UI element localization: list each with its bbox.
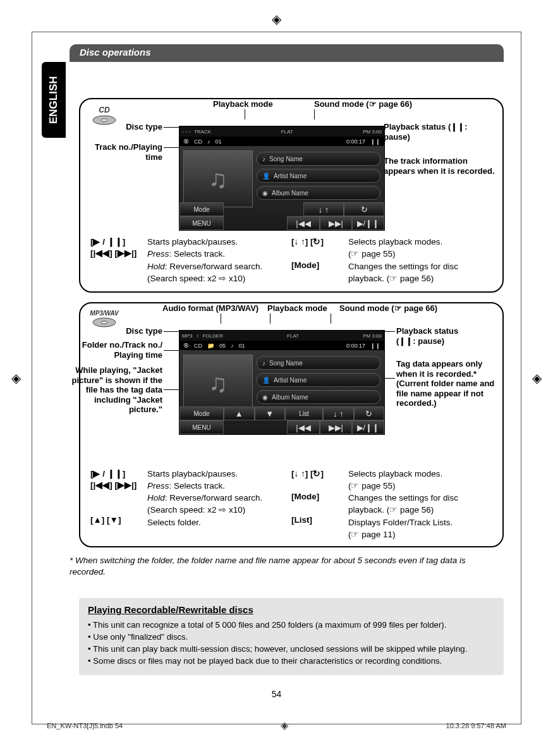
screen-infobar: ⦿ CD ♪ 01 0:00:17 ❙❙ bbox=[179, 137, 384, 147]
callout-folder-track: Folder no./Track no./ Playing time bbox=[76, 340, 162, 360]
folder-label: FOLDER bbox=[202, 333, 222, 339]
screen-transport-row: |◀◀ ▶▶| ▶/❙❙ bbox=[224, 420, 384, 434]
disc-badge-label: MP3/WAV bbox=[89, 310, 119, 317]
control-desc-line: (☞ page 55) bbox=[348, 480, 492, 492]
control-desc-line: Selects playback modes. bbox=[348, 468, 492, 480]
control-desc: Starts playback/pauses.Press: Selects tr… bbox=[147, 468, 291, 541]
note-icon: ♪ bbox=[262, 360, 265, 367]
play-pause-button[interactable]: ▶/❙❙ bbox=[352, 216, 384, 230]
repeat-button[interactable]: ↻ bbox=[344, 202, 384, 216]
controls-table-mp3: [▶ / ❙❙][|◀◀] [▶▶|] [▲] [▼] Starts playb… bbox=[90, 468, 492, 541]
disc-type-icon: ⦿ bbox=[183, 138, 189, 145]
control-key: [List] bbox=[291, 515, 348, 526]
control-desc-line: Starts playback/pauses. bbox=[147, 236, 291, 248]
disc-icon: ◉ bbox=[262, 394, 268, 401]
leader-line bbox=[331, 314, 331, 324]
disc-badge-mp3: MP3/WAV bbox=[89, 310, 119, 328]
callout-playback-status: Playback status (❙❙: pause) bbox=[396, 326, 491, 346]
track-label: TRACK bbox=[194, 129, 211, 135]
info-list-item: Use only "finalized" discs. bbox=[88, 631, 495, 643]
control-key: [Mode] bbox=[291, 260, 348, 271]
screen-infobar: ⦿ CD 📁 05 ♪ 01 0:00:17 ❙❙ bbox=[179, 341, 384, 351]
svg-point-1 bbox=[101, 119, 107, 121]
prev-button[interactable]: |◀◀ bbox=[287, 420, 319, 434]
control-desc-line: (☞ page 55) bbox=[348, 248, 492, 260]
play-time: 0:00:17 bbox=[346, 343, 365, 349]
tag-artist-text: Artist Name bbox=[274, 377, 307, 384]
tag-album-text: Album Name bbox=[272, 394, 308, 401]
tag-song: ♪Song Name bbox=[257, 152, 380, 166]
shuffle-button[interactable]: ↓ ↑ bbox=[303, 202, 344, 216]
control-desc-line: Changes the settings for disc bbox=[348, 492, 492, 504]
screen-side-buttons: Mode MENU bbox=[179, 202, 224, 230]
cd-panel: CD Playback mode Sound mode (☞ page 66) … bbox=[79, 98, 504, 293]
control-key: [↓ ↑] [↻] bbox=[291, 236, 348, 248]
track-number: 01 bbox=[216, 138, 222, 145]
album-art-icon: ♫ bbox=[183, 150, 253, 207]
menu-button[interactable]: MENU bbox=[179, 216, 224, 230]
next-button[interactable]: ▶▶| bbox=[320, 420, 352, 434]
folder-down-button[interactable]: ▼ bbox=[255, 406, 286, 420]
control-desc-line: playback. (☞ page 56) bbox=[348, 273, 492, 284]
leader-line bbox=[245, 109, 245, 119]
control-keys: [▶ / ❙❙][|◀◀] [▶▶|] [▲] [▼] bbox=[90, 468, 147, 541]
next-button[interactable]: ▶▶| bbox=[320, 216, 352, 230]
folder-number: 05 bbox=[219, 343, 226, 349]
play-time: 0:00:17 bbox=[346, 138, 365, 145]
callout-jacket: While playing, "Jacket picture" is shown… bbox=[69, 365, 162, 415]
callout-sound-mode: Sound mode (☞ page 66) bbox=[314, 99, 412, 109]
control-desc-line: (☞ page 11) bbox=[348, 529, 492, 540]
menu-button[interactable]: MENU bbox=[179, 420, 224, 434]
control-desc: Selects playback modes.(☞ page 55)Change… bbox=[348, 236, 492, 285]
mode-button[interactable]: Mode bbox=[179, 202, 224, 216]
control-desc-line: Displays Folder/Track Lists. bbox=[348, 517, 492, 528]
info-box-list: This unit can recognize a total of 5 000… bbox=[88, 619, 495, 668]
prev-button[interactable]: |◀◀ bbox=[287, 216, 319, 230]
control-key: [|◀◀] [▶▶|] bbox=[90, 480, 147, 491]
svg-point-3 bbox=[101, 321, 107, 324]
control-desc: Starts playback/pauses.Press: Selects tr… bbox=[147, 236, 291, 285]
eq-mode: FLAT bbox=[281, 129, 293, 135]
control-desc-line: Starts playback/pauses. bbox=[147, 468, 291, 480]
eq-mode: FLAT bbox=[287, 333, 299, 339]
folder-indicator-icon: ↕ bbox=[196, 333, 198, 339]
callout-track-playing: Track no./Playing time bbox=[76, 142, 162, 162]
tag-artist: 👤Artist Name bbox=[257, 373, 380, 387]
folder-icon: 📁 bbox=[207, 343, 214, 349]
disc-type-icon: ⦿ bbox=[183, 343, 189, 349]
shuffle-button[interactable]: ↓ ↑ bbox=[323, 406, 354, 420]
play-pause-button[interactable]: ▶/❙❙ bbox=[352, 420, 384, 434]
crop-mark-icon: ◈ bbox=[272, 11, 281, 27]
disc-type-text: CD bbox=[194, 343, 202, 349]
repeat-button[interactable]: ↻ bbox=[354, 406, 385, 420]
note-icon: ♪ bbox=[231, 343, 234, 349]
controls-right-col: [↓ ↑] [↻] [Mode] Selects playback modes.… bbox=[291, 236, 492, 285]
controls-left-col: [▶ / ❙❙][|◀◀] [▶▶|] [▲] [▼] Starts playb… bbox=[90, 468, 291, 541]
control-desc-line: Press: Selects track. bbox=[147, 248, 291, 260]
leader-line bbox=[314, 109, 315, 119]
crop-mark-icon: ◈ bbox=[11, 370, 21, 386]
mode-button[interactable]: Mode bbox=[179, 406, 224, 420]
track-number: 01 bbox=[239, 343, 245, 349]
status-icon: ❙❙ bbox=[370, 138, 380, 145]
screen-topbar: ◦ ◦ ◦ TRACK FLAT PM 3:00 bbox=[179, 126, 384, 137]
callout-playback-mode: Playback mode bbox=[213, 99, 273, 109]
crop-mark-icon: ◈ bbox=[532, 370, 542, 386]
tag-list: ♪Song Name 👤Artist Name ◉Album Name bbox=[257, 147, 384, 210]
control-desc-line: playback. (☞ page 56) bbox=[348, 504, 492, 516]
control-keys: [↓ ↑] [↻] [Mode] [List] bbox=[291, 468, 348, 541]
footer-timestamp: 10.3.28 9:57:48 AM bbox=[446, 722, 506, 729]
clock: PM 3:00 bbox=[363, 333, 382, 339]
control-key: [↓ ↑] [↻] bbox=[291, 468, 348, 480]
control-desc-line: Selects folder. bbox=[147, 517, 291, 528]
tag-song-text: Song Name bbox=[269, 155, 303, 162]
folder-up-button[interactable]: ▲ bbox=[224, 406, 255, 420]
control-key: [Mode] bbox=[291, 491, 348, 503]
album-art-icon: ♫ bbox=[183, 355, 253, 412]
tag-album: ◉Album Name bbox=[257, 186, 380, 200]
leader-line bbox=[221, 314, 221, 324]
info-box-title: Playing Recordable/Rewritable discs bbox=[88, 604, 495, 615]
list-button[interactable]: List bbox=[285, 406, 323, 420]
screen-mode-row: ▲ ▼ List ↓ ↑ ↻ bbox=[224, 406, 384, 420]
callout-tag-data: Tag data appears only when it is recorde… bbox=[396, 359, 497, 408]
